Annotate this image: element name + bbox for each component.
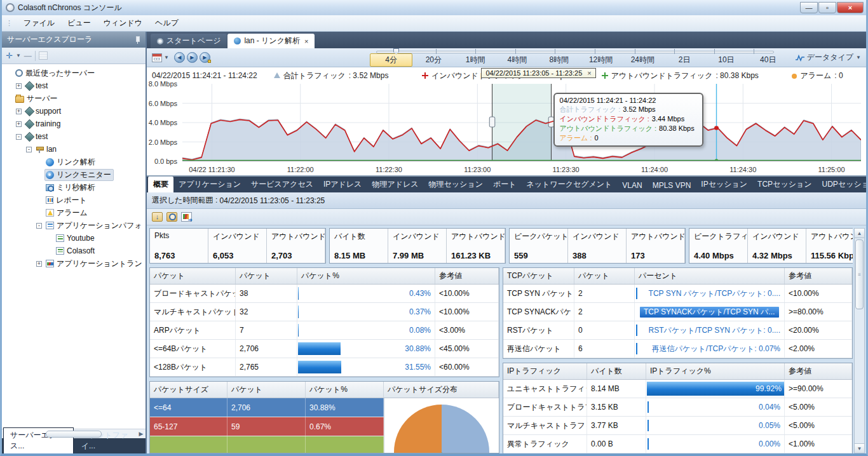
table-row[interactable]: <128Bパケット2,76531.55%<60.00%	[150, 358, 499, 377]
tree-item[interactable]: +リンク解析	[3, 156, 146, 168]
menu-item[interactable]: ヘルプ	[149, 17, 184, 29]
analysis-tab[interactable]: ポート	[488, 177, 522, 192]
time-range-button[interactable]: 4時間	[496, 54, 538, 66]
tree-item[interactable]: +レポート	[3, 194, 146, 206]
time-range-button[interactable]: 12時間	[580, 54, 622, 66]
tree-item[interactable]: +Colasoft	[3, 245, 146, 257]
tree-item[interactable]: +training	[3, 117, 146, 130]
selection-close-icon[interactable]: ×	[587, 69, 591, 77]
tree-expander-icon[interactable]: +	[16, 121, 22, 127]
column-header[interactable]: パケット	[574, 268, 635, 284]
table-row[interactable]: ブロードキャストパケッ380.43%<10.00%	[150, 285, 499, 303]
analysis-tab[interactable]: 概要	[148, 177, 173, 192]
close-button[interactable]: ×	[837, 2, 864, 13]
prev-button[interactable]: ◀	[174, 52, 185, 63]
table-row[interactable]: 再送信パケット6再送信パケット/TCPパケット: 0.07%<2.00%	[503, 340, 852, 358]
tree-expander-icon[interactable]: +	[16, 109, 22, 114]
tree-item[interactable]: -test	[3, 130, 146, 143]
add-server-button[interactable]: ✛	[6, 51, 13, 60]
scroll-up-icon[interactable]: ▲	[855, 229, 864, 238]
tree-expander-icon[interactable]: -	[16, 134, 22, 140]
table-row[interactable]: マルチキャストパケット320.37%<10.00%	[150, 303, 499, 321]
menu-item[interactable]: ファイル	[18, 17, 60, 29]
remove-server-button[interactable]: —	[24, 51, 32, 60]
tree-item[interactable]: +最近使ったサーバー	[3, 67, 146, 79]
column-header[interactable]: パケット%	[306, 382, 384, 398]
column-header[interactable]: 参考値	[785, 268, 852, 284]
column-header[interactable]: パケットサイズ	[150, 382, 227, 398]
dashboard-vertical-scrollbar[interactable]: ▲ ≡ ▼	[854, 228, 865, 453]
column-header[interactable]: 参考値	[785, 363, 852, 379]
menu-item[interactable]: ビュー	[62, 17, 97, 29]
table-row[interactable]: RSTパケット0RSTパケット/TCP SYN パケット: 0....<20.0…	[503, 321, 852, 340]
tab-start-page[interactable]: スタートページ	[151, 34, 227, 48]
tree-item[interactable]: +アプリケーショントラン	[3, 257, 146, 270]
download-icon[interactable]: ↓	[152, 212, 163, 222]
edit-server-button[interactable]	[39, 51, 48, 60]
table-row[interactable]: TCP SYN パケット2TCP SYN パケット/TCPパケット: 0....…	[503, 285, 852, 303]
tab-close-icon[interactable]: ×	[304, 37, 308, 45]
tree-item[interactable]: -lan	[3, 143, 146, 156]
column-header[interactable]: パケット%	[297, 268, 435, 284]
column-header[interactable]: IPトラフィック	[503, 363, 587, 379]
time-range-button[interactable]: 2日	[663, 54, 705, 66]
calendar-caret-icon[interactable]: ▼	[164, 55, 169, 60]
analysis-tab[interactable]: 物理アドレス	[367, 177, 423, 192]
table-row[interactable]: 65-127590.67%	[150, 417, 384, 436]
tab-link-analysis[interactable]: lan - リンク解析×	[227, 34, 315, 48]
tree-item[interactable]: -アプリケーションパフォ	[3, 219, 146, 232]
table-row[interactable]: ユニキャストトラフィッ8.14 MB99.92%>=90.00%	[503, 380, 852, 398]
scrollbar-thumb[interactable]	[46, 431, 101, 438]
next-button[interactable]: ▶	[187, 52, 198, 63]
time-range-button[interactable]: 8時間	[538, 54, 580, 66]
table-row[interactable]: 異常トラフィック0.00 B0.00%<1.00%	[503, 435, 852, 453]
analysis-tab[interactable]: アプリケーション	[173, 177, 246, 192]
table-row[interactable]	[150, 436, 384, 453]
export-icon[interactable]	[181, 212, 192, 222]
analysis-tab[interactable]: UDPセッション	[817, 177, 866, 192]
latest-button[interactable]: ▶	[200, 52, 210, 63]
traffic-chart[interactable]: 04/22/2015 11:24:21 - 11:24:22 合計トラフィック:…	[147, 67, 866, 177]
time-range-slider[interactable]: 4分20分1時間4時間8時間12時間24時間2日10日40日	[370, 49, 789, 67]
tree-expander-icon[interactable]: -	[26, 147, 32, 152]
pin-icon[interactable]	[134, 36, 140, 44]
chart-plot-area[interactable]	[182, 84, 861, 161]
time-range-button[interactable]: 1時間	[454, 54, 496, 66]
column-header[interactable]: 参考値	[435, 268, 499, 284]
column-header[interactable]: IPトラフィック%	[646, 363, 785, 379]
column-header[interactable]: パケット	[227, 382, 306, 398]
time-range-button[interactable]: 20分	[412, 54, 454, 66]
column-header[interactable]: パケットサイズ分布	[384, 382, 499, 398]
analysis-tab[interactable]: MPLS VPN	[648, 178, 696, 192]
analysis-tab[interactable]: サービスアクセス	[246, 177, 318, 192]
time-range-button[interactable]: 40日	[747, 54, 789, 66]
table-row[interactable]: ARPパケット70.08%<3.00%	[150, 321, 499, 340]
time-range-button[interactable]: 24時間	[621, 54, 663, 66]
column-header[interactable]: パケット	[150, 268, 236, 284]
table-row[interactable]: <=64Bパケット2,70630.88%<45.00%	[150, 340, 499, 358]
tree-item[interactable]: +test	[3, 79, 146, 92]
scrollbar-thumb[interactable]: ≡	[855, 239, 864, 309]
menu-item[interactable]: ウィンドウ	[98, 17, 148, 29]
minimize-button[interactable]: —	[800, 2, 818, 13]
analysis-tab[interactable]: IPアドレス	[318, 177, 367, 192]
sidebar-horizontal-scrollbar[interactable]: ◀ ▶	[2, 429, 146, 438]
table-row[interactable]: <=642,70630.88%	[150, 398, 384, 417]
analysis-tab[interactable]: ネットワークセグメント	[522, 177, 618, 192]
table-row[interactable]: ブロードキャストトラフ3.15 KB0.04%<5.00%	[503, 398, 852, 417]
time-range-button[interactable]: 4分	[370, 53, 413, 67]
add-server-caret-icon[interactable]: ▼	[16, 53, 21, 58]
search-icon[interactable]	[166, 212, 177, 222]
tree-item[interactable]: +リンクモニター	[3, 168, 146, 181]
tree-expander-icon[interactable]: +	[36, 261, 42, 267]
column-header[interactable]: パーセント	[635, 268, 785, 284]
tree-item[interactable]: +Youtube	[3, 232, 146, 245]
tree-expander-icon[interactable]: -	[36, 223, 42, 229]
table-row[interactable]: マルチキャストトラフィ3.77 KB0.05%<5.00%	[503, 417, 852, 435]
analysis-tab[interactable]: TCPセッション	[752, 177, 817, 192]
analysis-tab[interactable]: 物理セッション	[424, 177, 488, 192]
column-header[interactable]: バイト数	[587, 363, 646, 379]
scroll-down-icon[interactable]: ▼	[855, 443, 864, 453]
analysis-tab[interactable]: IPセッション	[696, 177, 752, 192]
analysis-tab[interactable]: VLAN	[617, 178, 647, 192]
